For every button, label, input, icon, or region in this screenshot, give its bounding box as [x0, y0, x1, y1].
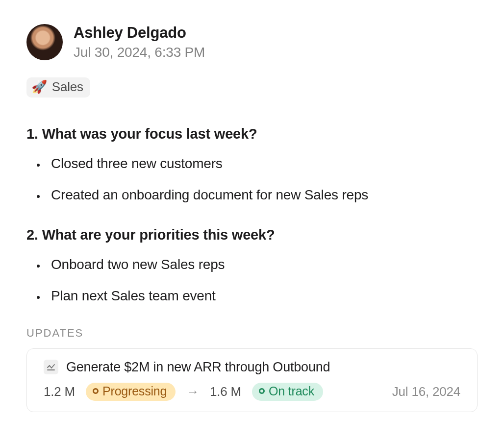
- list-item: Onboard two new Sales reps: [46, 256, 478, 273]
- updates-section-label: UPDATES: [26, 327, 478, 340]
- question-block-1: 1. What was your focus last week? Closed…: [26, 126, 478, 204]
- tag-row: 🚀 Sales: [26, 77, 478, 98]
- question-title: 1. What was your focus last week?: [26, 126, 478, 142]
- question-title: 2. What are your priorities this week?: [26, 227, 478, 243]
- list-item: Created an onboarding document for new S…: [46, 186, 478, 204]
- status-label: On track: [269, 384, 314, 398]
- chart-icon: [44, 360, 58, 374]
- list-item: Plan next Sales team event: [46, 287, 478, 305]
- author-name[interactable]: Ashley Delgado: [74, 24, 205, 43]
- answer-list: Onboard two new Sales reps Plan next Sal…: [26, 256, 478, 305]
- answer-list: Closed three new customers Created an on…: [26, 155, 478, 204]
- rocket-icon: 🚀: [31, 79, 47, 95]
- tag-label: Sales: [52, 79, 83, 95]
- post-timestamp: Jul 30, 2024, 6:33 PM: [74, 44, 205, 61]
- update-date: Jul 16, 2024: [392, 384, 460, 399]
- status-label: Progressing: [102, 384, 167, 398]
- status-ring-icon: [259, 388, 265, 394]
- question-block-2: 2. What are your priorities this week? O…: [26, 227, 478, 305]
- status-ring-icon: [93, 388, 99, 394]
- update-title: Generate $2M in new ARR through Outbound: [66, 360, 330, 375]
- list-item: Closed three new customers: [46, 155, 478, 172]
- status-badge-progressing: Progressing: [86, 383, 176, 401]
- arrow-right-icon: →: [186, 384, 199, 399]
- update-title-row: Generate $2M in new ARR through Outbound: [44, 360, 460, 375]
- status-badge-ontrack: On track: [252, 383, 323, 401]
- update-status-row: 1.2 M Progressing → 1.6 M On track Jul 1…: [44, 383, 460, 401]
- header-text: Ashley Delgado Jul 30, 2024, 6:33 PM: [74, 24, 205, 61]
- post-header: Ashley Delgado Jul 30, 2024, 6:33 PM: [26, 24, 478, 61]
- update-card[interactable]: Generate $2M in new ARR through Outbound…: [26, 348, 478, 412]
- tag-sales[interactable]: 🚀 Sales: [26, 77, 90, 98]
- metric-from: 1.2 M: [44, 384, 75, 399]
- metric-to: 1.6 M: [210, 384, 241, 399]
- avatar[interactable]: [26, 24, 63, 60]
